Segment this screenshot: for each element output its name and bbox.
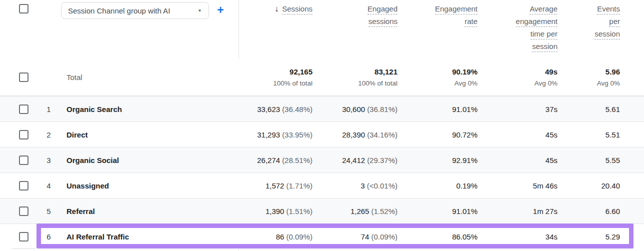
events-per-session-cell: 6.60 — [558, 198, 620, 224]
row-checkbox[interactable] — [19, 156, 28, 165]
column-header-label: per — [609, 18, 620, 27]
sort-descending-icon: ↓ — [274, 4, 278, 13]
total-avg-time-value: 49s — [545, 68, 558, 76]
dimension-dropdown-value: Session Channel group with AI — [68, 6, 170, 15]
avg-engagement-time-cell: 34s — [478, 224, 558, 249]
total-events-per-session: 5.96 Avg 0% — [558, 59, 620, 96]
events-per-session-cell: 20.40 — [558, 173, 620, 198]
row-number: 4 — [38, 173, 60, 198]
total-events-sub: Avg 0% — [597, 80, 620, 87]
events-per-session-cell: 5.51 — [558, 122, 620, 147]
events-per-session-cell: 5.29 — [558, 224, 620, 249]
column-header-engagement-rate[interactable]: Engagement rate — [435, 5, 478, 30]
avg-engagement-time-cell: 45s — [478, 122, 558, 147]
total-checkbox[interactable] — [19, 72, 28, 82]
sessions-cell: 1,572(1.71%) — [239, 173, 312, 198]
engagement-rate-cell: 92.91% — [398, 148, 478, 172]
column-header-label: Events — [597, 5, 620, 14]
row-number: 5 — [38, 198, 60, 224]
table-row-referral: 5 Referral 1,390(1.51%) 1,265(1.52%) 91.… — [0, 198, 644, 224]
column-header-label: Engagement — [435, 5, 478, 14]
table-row-unassigned: 4 Unassigned 1,572(1.71%) 3(<0.01%) 0.19… — [0, 172, 644, 198]
engaged-sessions-cell: 28,390(34.16%) — [312, 122, 398, 147]
engaged-sessions-cell: 74(0.09%) — [312, 224, 398, 249]
engaged-sessions-cell: 24,412(29.37%) — [312, 148, 398, 172]
row-checkbox[interactable] — [19, 130, 28, 140]
table-row-ai-referral-traffic: 6 AI Referral Traffic 86(0.09%) 74(0.09%… — [0, 224, 644, 249]
analytics-table: Session Channel group with AI ▼ + ↓Sessi… — [0, 0, 644, 251]
events-per-session-cell: 5.61 — [558, 96, 620, 122]
engagement-rate-cell: 91.01% — [398, 96, 478, 122]
channel-name: AI Referral Traffic — [66, 232, 129, 241]
avg-engagement-time-cell: 1m 27s — [478, 198, 558, 224]
total-rate-sub: Avg 0% — [454, 80, 478, 87]
column-header-avg-engagement-time[interactable]: Average engagement time per session — [516, 5, 558, 55]
events-per-session-cell: 5.55 — [558, 148, 620, 172]
row-number: 3 — [38, 148, 60, 172]
row-number: 2 — [38, 122, 60, 147]
sessions-cell: 1,390(1.51%) — [239, 198, 312, 224]
channel-name: Direct — [66, 130, 88, 139]
sessions-cell: 31,293(33.95%) — [239, 122, 312, 147]
column-header-events-per-session[interactable]: Events per session — [594, 5, 620, 42]
engagement-rate-cell: 86.05% — [398, 224, 478, 249]
row-checkbox[interactable] — [19, 104, 28, 114]
total-row: Total 92,165 100% of total 83,121 100% o… — [0, 59, 644, 96]
column-header-label: session — [532, 42, 558, 52]
total-engaged-sessions: 83,121 100% of total — [312, 59, 398, 96]
total-engagement-rate: 90.19% Avg 0% — [398, 59, 478, 96]
avg-engagement-time-cell: 37s — [478, 96, 558, 122]
column-header-label: time per — [530, 30, 558, 40]
row-checkbox[interactable] — [19, 232, 28, 242]
channel-name: Unassigned — [66, 182, 109, 190]
row-bottom-border — [12, 248, 36, 249]
add-dimension-button[interactable]: + — [214, 3, 228, 17]
total-engaged-sub: 100% of total — [358, 80, 398, 87]
row-checkbox[interactable] — [19, 206, 28, 216]
sessions-cell: 33,623(36.48%) — [239, 96, 312, 122]
table-row-direct: 2 Direct 31,293(33.95%) 28,390(34.16%) 9… — [0, 122, 644, 147]
channel-name: Referral — [66, 207, 95, 216]
plus-icon: + — [217, 4, 224, 17]
column-header-label: sessions — [368, 18, 398, 27]
row-number: 6 — [38, 224, 60, 249]
dimension-dropdown[interactable]: Session Channel group with AI ▼ — [61, 2, 209, 19]
engagement-rate-cell: 91.01% — [398, 198, 478, 224]
total-sessions-value: 92,165 — [290, 68, 312, 76]
table-row-organic-search: 1 Organic Search 33,623(36.48%) 30,600(3… — [0, 96, 644, 122]
total-sessions-sub: 100% of total — [273, 80, 312, 87]
column-header-label: Average — [530, 5, 558, 14]
total-avg-engagement-time: 49s Avg 0% — [478, 59, 558, 96]
select-all-checkbox-top[interactable] — [19, 4, 28, 14]
row-number: 1 — [38, 96, 60, 122]
column-header-sessions[interactable]: ↓Sessions — [274, 5, 312, 18]
table-row-organic-social: 3 Organic Social 26,274(28.51%) 24,412(2… — [0, 147, 644, 172]
chevron-down-icon: ▼ — [198, 8, 202, 13]
column-header-label: engagement — [516, 18, 558, 27]
sessions-cell: 86(0.09%) — [239, 224, 312, 249]
sessions-cell: 26,274(28.51%) — [239, 148, 312, 172]
column-header-label: session — [594, 30, 620, 40]
column-header-label: rate — [464, 18, 478, 27]
total-rate-value: 90.19% — [452, 68, 478, 76]
channel-name: Organic Social — [66, 156, 119, 164]
engaged-sessions-cell: 30,600(36.81%) — [312, 96, 398, 122]
avg-engagement-time-cell: 45s — [478, 148, 558, 172]
channel-name: Organic Search — [66, 105, 122, 114]
column-header-label: Sessions — [282, 5, 312, 14]
column-header-engaged-sessions[interactable]: Engaged sessions — [368, 5, 398, 30]
total-sessions: 92,165 100% of total — [239, 59, 312, 96]
total-avg-time-sub: Avg 0% — [534, 80, 558, 87]
engaged-sessions-cell: 3(<0.01%) — [312, 173, 398, 198]
engagement-rate-cell: 90.72% — [398, 122, 478, 147]
total-checkbox-cell — [0, 59, 38, 96]
column-header-label: Engaged — [368, 5, 398, 14]
checkbox-icon[interactable] — [19, 4, 28, 14]
engaged-sessions-cell: 1,265(1.52%) — [312, 198, 398, 224]
total-events-value: 5.96 — [606, 68, 620, 76]
engagement-rate-cell: 0.19% — [398, 173, 478, 198]
total-label: Total — [66, 73, 82, 82]
avg-engagement-time-cell: 5m 46s — [478, 173, 558, 198]
row-checkbox[interactable] — [19, 181, 28, 190]
total-engaged-value: 83,121 — [374, 68, 398, 76]
